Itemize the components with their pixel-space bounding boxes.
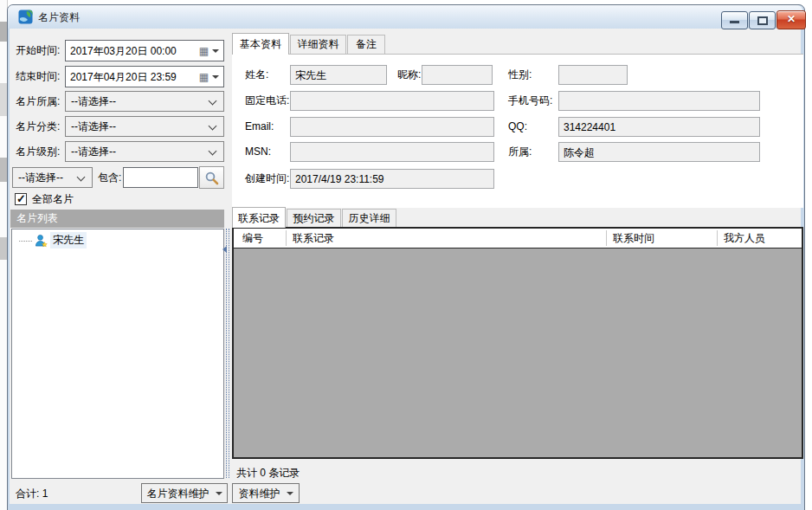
contains-input[interactable] <box>123 167 198 188</box>
card-category-label: 名片分类: <box>16 116 60 137</box>
search-field-value: --请选择-- <box>18 171 63 184</box>
email-label: Email: <box>245 116 274 137</box>
background-fragment <box>0 83 7 116</box>
column-separator <box>606 230 607 246</box>
tab-detail-info[interactable]: 详细资料 <box>290 35 346 54</box>
dropdown-arrow-icon <box>287 492 293 495</box>
owner-label: 所属: <box>508 141 532 162</box>
name-label: 姓名: <box>245 64 268 85</box>
close-button[interactable] <box>777 10 806 29</box>
dropdown-arrow-icon[interactable] <box>212 75 219 79</box>
tree-connector <box>19 241 32 242</box>
calendar-icon: ▦ <box>199 72 209 82</box>
msn-field[interactable] <box>290 142 494 162</box>
search-button[interactable] <box>199 166 224 189</box>
titlebar[interactable] <box>8 5 802 29</box>
nickname-label: 昵称: <box>397 64 421 85</box>
card-level-label: 名片级别: <box>16 141 60 162</box>
table-header-row: 编号 联系记录 联系时间 我方人员 <box>234 229 802 249</box>
tab-appointment-records[interactable]: 预约记录 <box>287 209 341 227</box>
column-header-record[interactable]: 联系记录 <box>293 229 334 248</box>
card-list-header: 名片列表 <box>10 210 224 228</box>
screen: 名片资料 开始时间: 2017年03月20日 00:00 ▦ 结束时间: 201… <box>0 0 812 510</box>
nickname-field[interactable] <box>422 65 493 85</box>
gender-field[interactable] <box>558 65 628 85</box>
name-field[interactable]: 宋先生 <box>290 65 387 85</box>
chevron-down-icon <box>209 147 217 156</box>
window-title: 名片资料 <box>38 10 80 24</box>
email-field[interactable] <box>290 117 494 137</box>
card-level-value: --请选择-- <box>71 145 116 158</box>
start-time-value: 2017年03月20日 00:00 <box>70 42 199 60</box>
card-owner-select[interactable]: --请选择-- <box>65 91 224 112</box>
dropdown-arrow-icon <box>216 492 222 495</box>
card-maintain-label: 名片资料维护 <box>147 488 209 499</box>
data-maintain-button[interactable]: 资料维护 <box>232 483 300 503</box>
start-time-picker[interactable]: 2017年03月20日 00:00 ▦ <box>65 40 224 61</box>
tab-contact-records[interactable]: 联系记录 <box>232 207 286 228</box>
contains-label: 包含: <box>98 167 121 188</box>
card-category-value: --请选择-- <box>71 120 116 132</box>
tab-remarks[interactable]: 备注 <box>347 35 385 54</box>
column-header-staff[interactable]: 我方人员 <box>724 229 765 248</box>
contact-records-table: 编号 联系记录 联系时间 我方人员 <box>232 227 803 459</box>
panel-splitter[interactable] <box>226 229 228 478</box>
msn-label: MSN: <box>245 141 271 162</box>
total-count-label: 合计: 1 <box>16 483 48 504</box>
search-icon <box>204 171 219 185</box>
chevron-down-icon <box>77 173 86 182</box>
column-separator <box>286 230 287 246</box>
chevron-down-icon <box>209 122 217 131</box>
background-fragment <box>0 237 7 260</box>
records-summary: 共计 0 条记录 <box>236 462 300 483</box>
end-time-value: 2017年04月20日 23:59 <box>70 68 199 86</box>
card-owner-label: 名片所属: <box>16 91 60 112</box>
end-time-label: 结束时间: <box>16 66 60 87</box>
app-icon <box>18 10 33 24</box>
search-field-select[interactable]: --请选择-- <box>12 167 93 188</box>
card-owner-value: --请选择-- <box>71 95 116 107</box>
tree-item-card[interactable]: 宋先生 <box>19 232 87 249</box>
mobile-field[interactable] <box>558 91 760 111</box>
chevron-down-icon <box>209 97 217 106</box>
column-header-time[interactable]: 联系时间 <box>613 229 654 248</box>
all-cards-checkbox[interactable] <box>15 193 27 205</box>
card-maintain-button[interactable]: 名片资料维护 <box>141 483 228 503</box>
phone-field[interactable] <box>290 91 494 111</box>
background-fragment <box>0 22 7 42</box>
start-time-label: 开始时间: <box>16 40 60 61</box>
gender-label: 性别: <box>508 64 532 85</box>
qq-label: QQ: <box>508 116 527 137</box>
mobile-label: 手机号码: <box>508 90 552 111</box>
calendar-icon: ▦ <box>199 46 209 56</box>
column-header-id[interactable]: 编号 <box>242 229 263 248</box>
created-time-label: 创建时间: <box>245 168 289 189</box>
panel-splitter[interactable] <box>229 229 230 478</box>
qq-field[interactable]: 314224401 <box>558 117 760 137</box>
all-cards-label: 全部名片 <box>32 189 74 210</box>
tab-basic-info[interactable]: 基本资料 <box>232 33 289 55</box>
background-fragment <box>0 158 7 182</box>
maximize-button[interactable] <box>749 11 776 29</box>
created-time-field: 2017/4/19 23:11:59 <box>290 169 494 189</box>
splitter-collapse-icon[interactable] <box>222 246 227 253</box>
dropdown-arrow-icon[interactable] <box>212 49 219 53</box>
phone-label: 固定电话: <box>245 90 289 111</box>
tab-history-detail[interactable]: 历史详细 <box>342 209 396 227</box>
column-separator <box>717 230 718 246</box>
data-maintain-label: 资料维护 <box>239 488 280 499</box>
card-list-tree[interactable] <box>11 229 224 479</box>
card-category-select[interactable]: --请选择-- <box>65 116 224 137</box>
person-icon <box>35 234 48 248</box>
card-level-select[interactable]: --请选择-- <box>65 141 224 162</box>
end-time-picker[interactable]: 2017年04月20日 23:59 ▦ <box>65 66 224 87</box>
tree-item-label[interactable]: 宋先生 <box>50 232 87 249</box>
minimize-button[interactable] <box>721 11 748 29</box>
owner-field[interactable]: 陈令超 <box>558 142 760 162</box>
